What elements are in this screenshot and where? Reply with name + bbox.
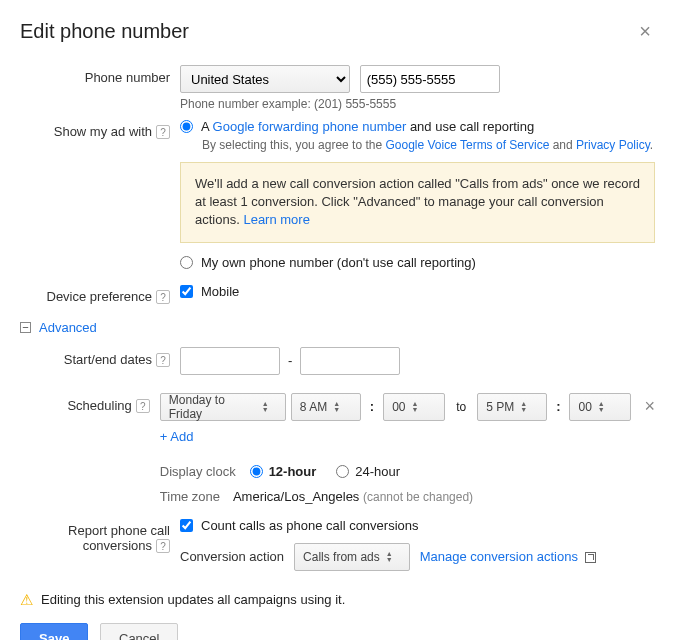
clock-24-radio[interactable] [336, 465, 349, 478]
timezone-note: (cannot be changed) [363, 490, 473, 504]
popout-icon [585, 552, 596, 563]
learn-more-link[interactable]: Learn more [243, 212, 309, 227]
timezone-value: America/Los_Angeles [233, 489, 359, 504]
device-label: Device preference [47, 289, 153, 304]
help-icon[interactable]: ? [156, 353, 170, 367]
privacy-link[interactable]: Privacy Policy [576, 138, 650, 152]
agree-text: By selecting this, you agree to the Goog… [202, 138, 655, 152]
collapse-icon[interactable]: − [20, 322, 31, 333]
help-icon[interactable]: ? [156, 125, 170, 139]
clock-12-radio[interactable] [250, 465, 263, 478]
report-label: Report phone call conversions [68, 523, 170, 553]
own-number-label: My own phone number (don't use call repo… [201, 255, 476, 270]
help-icon[interactable]: ? [156, 290, 170, 304]
phone-example-hint: Phone number example: (201) 555-5555 [180, 97, 655, 111]
clock-label: Display clock [160, 464, 236, 479]
forwarding-radio[interactable] [180, 120, 193, 133]
help-icon[interactable]: ? [156, 539, 170, 553]
scheduling-label: Scheduling [67, 398, 131, 413]
days-select[interactable]: Monday to Friday▲▼ [160, 393, 286, 421]
add-schedule-link[interactable]: + Add [160, 429, 194, 444]
conversion-action-label: Conversion action [180, 549, 284, 564]
start-date-input[interactable] [180, 347, 280, 375]
manage-conversions-link[interactable]: Manage conversion actions [420, 549, 596, 564]
phone-number-label: Phone number [20, 65, 180, 85]
count-calls-label: Count calls as phone call conversions [201, 518, 419, 533]
advanced-toggle[interactable]: Advanced [39, 320, 97, 335]
info-box: We'll add a new call conversion action c… [180, 162, 655, 243]
close-icon[interactable]: × [635, 20, 655, 43]
show-ad-label: Show my ad with [54, 124, 152, 139]
mobile-checkbox[interactable] [180, 285, 193, 298]
dialog-title: Edit phone number [20, 20, 189, 43]
cancel-button[interactable]: Cancel [100, 623, 178, 640]
end-min-select[interactable]: 00▲▼ [569, 393, 631, 421]
own-number-radio[interactable] [180, 256, 193, 269]
tos-link[interactable]: Google Voice Terms of Service [385, 138, 549, 152]
conversion-action-select[interactable]: Calls from ads▲▼ [294, 543, 410, 571]
warning-text: Editing this extension updates all campa… [41, 592, 345, 607]
phone-input[interactable] [360, 65, 500, 93]
timezone-label: Time zone [160, 489, 220, 504]
end-hour-select[interactable]: 5 PM▲▼ [477, 393, 547, 421]
end-date-input[interactable] [300, 347, 400, 375]
warning-icon: ⚠ [20, 591, 33, 609]
forwarding-link[interactable]: Google forwarding phone number [213, 119, 407, 134]
country-select[interactable]: United States [180, 65, 350, 93]
remove-schedule-icon[interactable]: × [644, 396, 655, 417]
save-button[interactable]: Save [20, 623, 88, 640]
mobile-label: Mobile [201, 284, 239, 299]
count-calls-checkbox[interactable] [180, 519, 193, 532]
help-icon[interactable]: ? [136, 399, 150, 413]
start-hour-select[interactable]: 8 AM▲▼ [291, 393, 361, 421]
start-min-select[interactable]: 00▲▼ [383, 393, 445, 421]
dates-label: Start/end dates [64, 352, 152, 367]
